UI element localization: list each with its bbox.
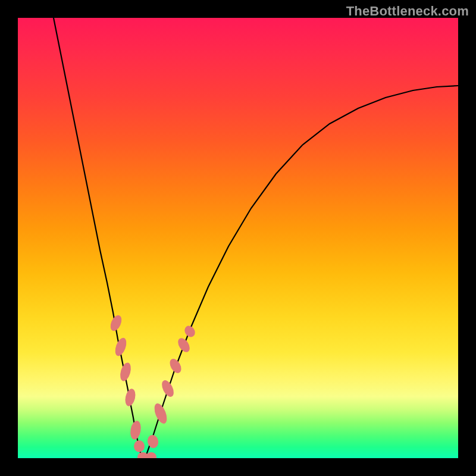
bead	[137, 452, 148, 458]
bead	[159, 378, 176, 399]
bead	[129, 420, 142, 440]
chart-frame: TheBottleneck.com	[0, 0, 476, 476]
bead	[168, 357, 184, 375]
curves-svg	[18, 18, 458, 458]
bead	[183, 324, 198, 339]
bead	[146, 452, 156, 458]
bead	[108, 314, 124, 333]
bead	[124, 388, 137, 408]
bead	[176, 336, 192, 355]
bead	[113, 336, 129, 358]
bead	[118, 361, 133, 382]
left-curve	[54, 18, 145, 458]
bead	[146, 434, 159, 449]
beads-group	[108, 314, 197, 458]
bead	[152, 402, 169, 425]
right-curve	[145, 86, 458, 458]
bead	[134, 440, 145, 452]
watermark-text: TheBottleneck.com	[346, 4, 469, 19]
plot-area	[18, 18, 458, 458]
